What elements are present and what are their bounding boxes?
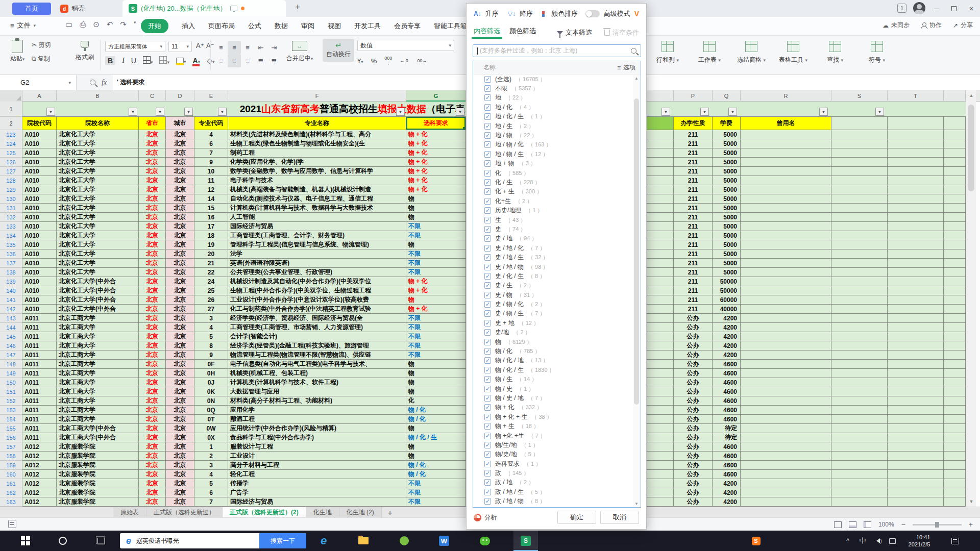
- taskbar-browser360[interactable]: [393, 531, 415, 551]
- checkbox-checked-icon[interactable]: ✓: [484, 226, 491, 233]
- cell-college-name[interactable]: 北京化工大学(中外合: [57, 286, 139, 295]
- scroll-up-icon[interactable]: ▲: [633, 76, 640, 81]
- cut-button[interactable]: ✂ 剪切: [32, 41, 51, 49]
- cell-former-name[interactable]: [741, 167, 831, 176]
- cell-former-name[interactable]: [741, 350, 831, 360]
- cell-empty[interactable]: [888, 378, 944, 387]
- cell-empty[interactable]: [944, 295, 966, 305]
- cell-college-code[interactable]: A010: [22, 268, 57, 277]
- column-header-R[interactable]: R: [741, 90, 831, 102]
- filter-dropdown-button[interactable]: ▼: [129, 108, 137, 116]
- cell-city[interactable]: 北京: [166, 139, 194, 148]
- checkbox-checked-icon[interactable]: ✓: [484, 376, 491, 383]
- cell-college-code[interactable]: A012: [22, 442, 57, 452]
- filter-option[interactable]: ✓不限（ 5357 ）: [473, 84, 641, 93]
- column-header-T[interactable]: T: [888, 90, 944, 102]
- checkbox-checked-icon[interactable]: ✓: [484, 414, 491, 420]
- cell-college-name[interactable]: 北京工商大学: [57, 323, 139, 332]
- cell-province[interactable]: 北京: [139, 213, 166, 222]
- cell-school-type[interactable]: 211: [674, 148, 713, 158]
- cell-major-name[interactable]: 数学类(金融数学、数学与应用数学、信息与计算科学: [228, 167, 406, 176]
- cell-former-name[interactable]: [741, 433, 831, 442]
- cell-major-code[interactable]: 24: [194, 277, 228, 286]
- filter-option[interactable]: ✓史 / 物 / 生（ 7 ）: [473, 309, 641, 318]
- cell-empty[interactable]: [831, 213, 888, 222]
- cell-province[interactable]: 北京: [139, 259, 166, 268]
- cell-empty[interactable]: [831, 442, 888, 452]
- cell-city[interactable]: 北京: [166, 277, 194, 286]
- cell-former-name[interactable]: [741, 295, 831, 305]
- cell-tuition[interactable]: 4200: [713, 323, 741, 332]
- cell-tuition[interactable]: 4200: [713, 350, 741, 360]
- zoom-level[interactable]: 100%: [878, 521, 894, 528]
- filter-option[interactable]: ✓物/史/地（ 5 ）: [473, 450, 641, 459]
- redo-icon[interactable]: ↷: [120, 20, 127, 29]
- cell-former-name[interactable]: [741, 222, 831, 231]
- cell-city[interactable]: 北京: [166, 231, 194, 240]
- cell-former-name[interactable]: [741, 176, 831, 185]
- cell-college-code[interactable]: A012: [22, 461, 57, 470]
- cell-school-type[interactable]: 211: [674, 167, 713, 176]
- cell-college-code[interactable]: A011: [22, 369, 57, 378]
- cell-major-code[interactable]: 8: [194, 341, 228, 350]
- taskbar-edge[interactable]: e: [312, 531, 335, 551]
- number-format-select[interactable]: 数值▾: [357, 40, 454, 51]
- cell-former-name[interactable]: [741, 314, 831, 323]
- cell-subject-requirement[interactable]: 物: [406, 204, 466, 213]
- filter-option[interactable]: ✓物 / 化（ 785 ）: [473, 346, 641, 356]
- cell-college-code[interactable]: A011: [22, 378, 57, 387]
- cell-major-code[interactable]: 20: [194, 249, 228, 259]
- cell-tuition[interactable]: 4200: [713, 488, 741, 497]
- cell-empty[interactable]: [888, 314, 944, 323]
- checkbox-checked-icon[interactable]: ✓: [484, 207, 491, 214]
- checkbox-checked-icon[interactable]: ✓: [484, 404, 491, 411]
- cell-college-name[interactable]: 北京工商大学: [57, 350, 139, 360]
- cell-school-type[interactable]: 公办: [674, 350, 713, 360]
- cell-major-code[interactable]: 3: [194, 461, 228, 470]
- cell-major-code[interactable]: 4: [194, 130, 228, 139]
- cell-tuition[interactable]: 4600: [713, 415, 741, 424]
- row-number[interactable]: 130: [0, 194, 22, 204]
- checkbox-checked-icon[interactable]: ✓: [484, 132, 491, 139]
- paste-button[interactable]: 粘贴▾: [6, 39, 29, 63]
- cell-province[interactable]: 北京: [139, 461, 166, 470]
- zoom-out-button[interactable]: −: [901, 520, 905, 529]
- cell-empty[interactable]: [888, 461, 944, 470]
- cell-college-name[interactable]: 北京化工大学: [57, 185, 139, 194]
- cell-subject-requirement[interactable]: 不限: [406, 497, 466, 507]
- cell-tuition[interactable]: 5000: [713, 222, 741, 231]
- cell-empty[interactable]: [831, 396, 888, 406]
- filter-option[interactable]: ✓物 / 化 / 生（ 1830 ）: [473, 365, 641, 374]
- cell-college-name[interactable]: 北京服装学院: [57, 479, 139, 488]
- cell-province[interactable]: 北京: [139, 415, 166, 424]
- cell-college-code[interactable]: A011: [22, 350, 57, 360]
- clear-filter-button[interactable]: 清空条件: [604, 28, 639, 37]
- align-middle-icon[interactable]: ≡: [228, 41, 241, 54]
- cell-school-type[interactable]: 公办: [674, 415, 713, 424]
- minimize-button[interactable]: ─: [928, 0, 945, 17]
- cell-major-name[interactable]: 酿酒工程: [228, 415, 406, 424]
- draw-border-button[interactable]: ▾: [159, 56, 169, 65]
- distribute-icon[interactable]: ≣: [267, 54, 281, 67]
- ribbon-button-冻结窗格[interactable]: 冻结窗格 ▾: [733, 40, 770, 64]
- cell-empty[interactable]: [831, 268, 888, 277]
- cell-college-name[interactable]: 北京工商大学: [57, 387, 139, 396]
- cell-empty[interactable]: [944, 139, 966, 148]
- indent-decrease-icon[interactable]: ⇤: [254, 41, 267, 54]
- cell-empty[interactable]: [888, 204, 944, 213]
- row-number[interactable]: 136: [0, 249, 22, 259]
- cell-province[interactable]: 北京: [139, 295, 166, 305]
- advanced-mode-toggle[interactable]: [585, 10, 600, 17]
- cell-province[interactable]: 北京: [139, 130, 166, 139]
- cell-college-code[interactable]: A010: [22, 277, 57, 286]
- cell-major-name[interactable]: 国际经济与贸易: [228, 222, 406, 231]
- sort-descending-button[interactable]: 降序: [520, 9, 533, 18]
- cell-empty[interactable]: [831, 295, 888, 305]
- cell-empty[interactable]: [888, 479, 944, 488]
- cell-former-name[interactable]: [741, 194, 831, 204]
- cell-former-name[interactable]: [741, 158, 831, 167]
- cell-major-name[interactable]: 制药工程: [228, 148, 406, 158]
- cell-tuition[interactable]: 4200: [713, 314, 741, 323]
- font-color-button[interactable]: A▾: [193, 57, 201, 65]
- cell-tuition[interactable]: 5000: [713, 249, 741, 259]
